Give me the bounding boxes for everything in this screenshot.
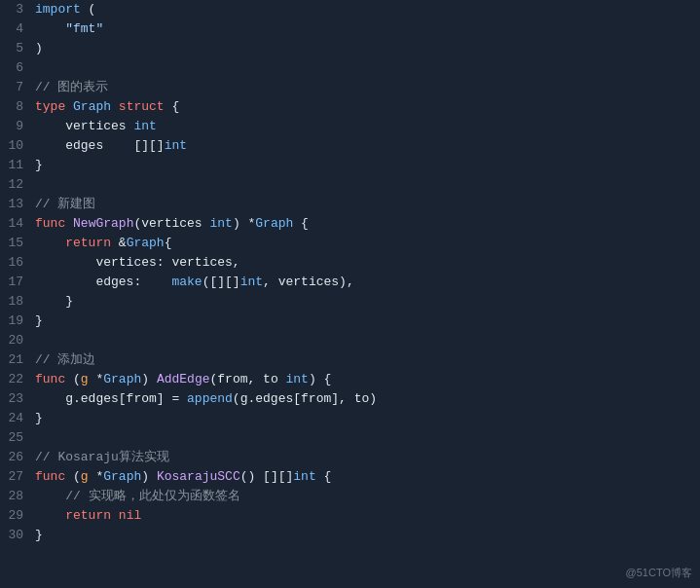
token-str: "fmt" bbox=[65, 21, 103, 36]
token-type: int bbox=[165, 138, 187, 153]
token-param: g bbox=[81, 469, 89, 484]
code-line: 19} bbox=[0, 312, 700, 331]
token-plain: ) bbox=[141, 469, 157, 484]
line-content: vertices int bbox=[35, 117, 700, 136]
token-plain: { bbox=[316, 469, 332, 484]
code-line: 10 edges [][]int bbox=[0, 136, 700, 156]
line-content: return nil bbox=[35, 506, 700, 526]
token-plain: ) bbox=[35, 41, 43, 55]
token-type: int bbox=[240, 275, 263, 289]
token-kw: return bbox=[65, 508, 111, 523]
line-content: // Kosaraju算法实现 bbox=[35, 448, 700, 467]
token-plain: { bbox=[165, 236, 172, 250]
token-type: Graph bbox=[103, 469, 141, 484]
token-plain bbox=[111, 99, 119, 114]
code-lines: 3import (4 "fmt"5)67// 图的表示8type Graph s… bbox=[0, 0, 700, 545]
code-line: 12 bbox=[0, 175, 700, 195]
line-content: import ( bbox=[35, 0, 700, 19]
line-number: 3 bbox=[0, 0, 35, 19]
line-number: 10 bbox=[0, 136, 35, 156]
line-content: } bbox=[35, 292, 700, 312]
token-plain bbox=[65, 216, 73, 231]
code-line: 22func (g *Graph) AddEdge(from, to int) … bbox=[0, 370, 700, 389]
line-number: 5 bbox=[0, 39, 35, 58]
token-comment: // Kosaraju算法实现 bbox=[35, 450, 169, 464]
line-content: "fmt" bbox=[35, 19, 700, 39]
code-line: 20 bbox=[0, 331, 700, 350]
code-line: 26// Kosaraju算法实现 bbox=[0, 448, 700, 467]
code-line: 14func NewGraph(vertices int) *Graph { bbox=[0, 214, 700, 234]
token-fn: NewGraph bbox=[73, 216, 133, 231]
token-plain bbox=[35, 21, 65, 36]
code-line: 3import ( bbox=[0, 0, 700, 19]
token-kw: func bbox=[35, 216, 65, 231]
line-content: g.edges[from] = append(g.edges[from], to… bbox=[35, 389, 700, 409]
code-line: 9 vertices int bbox=[0, 117, 700, 136]
code-line: 25 bbox=[0, 428, 700, 448]
token-kw2: import bbox=[35, 2, 81, 17]
code-editor: 3import (4 "fmt"5)67// 图的表示8type Graph s… bbox=[0, 0, 700, 588]
code-line: 17 edges: make([][]int, vertices), bbox=[0, 273, 700, 292]
token-plain: vertices bbox=[35, 119, 133, 133]
code-line: 21// 添加边 bbox=[0, 350, 700, 370]
line-number: 11 bbox=[0, 156, 35, 175]
code-line: 11} bbox=[0, 156, 700, 175]
line-number: 14 bbox=[0, 214, 35, 234]
code-line: 24} bbox=[0, 409, 700, 428]
token-plain: (from, to bbox=[209, 372, 285, 386]
token-type: int bbox=[133, 119, 156, 133]
code-line: 15 return &Graph{ bbox=[0, 234, 700, 253]
line-number: 17 bbox=[0, 273, 35, 292]
line-content: return &Graph{ bbox=[35, 234, 700, 253]
token-kw: func bbox=[35, 372, 65, 386]
line-content: } bbox=[35, 156, 700, 175]
line-content: func NewGraph(vertices int) *Graph { bbox=[35, 214, 700, 234]
token-plain: } bbox=[35, 158, 43, 172]
line-content: } bbox=[35, 409, 700, 428]
token-plain: { bbox=[165, 99, 180, 114]
token-type: Graph bbox=[103, 372, 141, 386]
token-plain: (g.edges[from], to) bbox=[233, 391, 377, 406]
token-kw: struct bbox=[119, 99, 165, 114]
token-plain: ( bbox=[65, 469, 81, 484]
token-plain: { bbox=[293, 216, 309, 231]
line-number: 7 bbox=[0, 78, 35, 97]
line-number: 25 bbox=[0, 428, 35, 448]
token-plain: , vertices), bbox=[263, 275, 354, 289]
line-number: 8 bbox=[0, 97, 35, 117]
line-number: 29 bbox=[0, 506, 35, 526]
line-number: 27 bbox=[0, 467, 35, 487]
token-kw: func bbox=[35, 469, 65, 484]
line-number: 23 bbox=[0, 389, 35, 409]
token-plain: ) bbox=[141, 372, 157, 386]
token-plain bbox=[35, 236, 65, 250]
line-content: // 图的表示 bbox=[35, 78, 700, 97]
token-type: Graph bbox=[255, 216, 293, 231]
line-number: 22 bbox=[0, 370, 35, 389]
code-line: 4 "fmt" bbox=[0, 19, 700, 39]
token-comment: // 新建图 bbox=[35, 197, 95, 211]
code-line: 6 bbox=[0, 58, 700, 78]
code-line: 29 return nil bbox=[0, 506, 700, 526]
token-plain: * bbox=[89, 372, 104, 386]
code-line: 28 // 实现略，此处仅为函数签名 bbox=[0, 487, 700, 506]
token-fn: KosarajuSCC bbox=[157, 469, 240, 484]
line-content: edges: make([][]int, vertices), bbox=[35, 273, 700, 292]
token-plain bbox=[65, 99, 73, 114]
token-type: Graph bbox=[73, 99, 111, 114]
token-kw: return bbox=[65, 236, 111, 250]
token-plain: () [][] bbox=[240, 469, 294, 484]
token-param: g bbox=[81, 372, 89, 386]
line-content: vertices: vertices, bbox=[35, 253, 700, 273]
code-line: 8type Graph struct { bbox=[0, 97, 700, 117]
code-line: 5) bbox=[0, 39, 700, 58]
line-number: 26 bbox=[0, 448, 35, 467]
line-number: 9 bbox=[0, 117, 35, 136]
token-plain: edges [][] bbox=[35, 138, 165, 153]
line-number: 4 bbox=[0, 19, 35, 39]
token-comment: // 添加边 bbox=[35, 352, 95, 367]
token-plain bbox=[35, 489, 65, 503]
line-content: // 添加边 bbox=[35, 350, 700, 370]
token-plain: } bbox=[35, 411, 43, 425]
line-content: edges [][]int bbox=[35, 136, 700, 156]
